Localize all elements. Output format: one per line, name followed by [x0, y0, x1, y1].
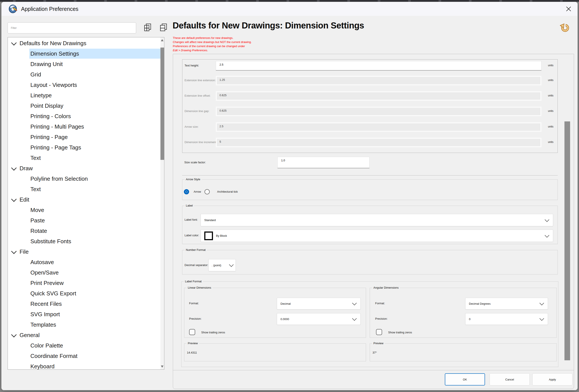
undo-icon[interactable]: [560, 22, 570, 32]
tree-item-label: Move: [30, 207, 44, 214]
arrow-radio-label[interactable]: Arrow: [194, 190, 201, 193]
chevron-down-icon[interactable]: [11, 332, 17, 338]
tree-item-text-draw[interactable]: Text: [29, 184, 160, 194]
linear-preview-legend: Preview: [187, 342, 199, 345]
number-format-legend: Number Format: [185, 248, 207, 251]
application-preferences-dialog: Application Preferences: [1, 2, 578, 390]
label-font-value: Standard: [204, 219, 216, 222]
tree-item-draw[interactable]: Draw: [9, 163, 159, 173]
tree-item-keyboard[interactable]: Keyboard: [29, 361, 160, 370]
tree-item-substitute-fonts[interactable]: Substitute Fonts: [29, 236, 160, 246]
tree-item-edit[interactable]: Edit: [9, 195, 159, 205]
arrow-radio[interactable]: [184, 189, 189, 194]
ok-button[interactable]: OK: [445, 373, 485, 386]
tree-item-dimension-settings[interactable]: Dimension Settings: [29, 49, 160, 59]
linear-show-trailing-zeros-label[interactable]: Show trailing zeros: [201, 331, 225, 334]
architectural-tick-radio[interactable]: [205, 189, 210, 194]
units-label: units: [548, 125, 553, 128]
close-icon[interactable]: [564, 4, 573, 13]
tree-item-label: Substitute Fonts: [30, 238, 71, 245]
tree-item-recent-files[interactable]: Recent Files: [29, 299, 160, 309]
tree-item-label: Color Palette: [30, 342, 63, 349]
tree-item-printing-colors[interactable]: Printing - Colors: [29, 111, 160, 121]
text-height-input[interactable]: 2.5: [216, 61, 541, 71]
tree-item-general[interactable]: General: [9, 330, 159, 340]
collapse-all-icon: [160, 23, 167, 31]
tree-item-printing-page-tags[interactable]: Printing - Page Tags: [29, 143, 160, 153]
angular-preview-value: 37°: [372, 351, 377, 354]
size-scale-factor-input[interactable]: 1.0: [278, 157, 369, 168]
tree-scrollbar-thumb[interactable]: [160, 48, 164, 160]
tree-item-file[interactable]: File: [9, 247, 159, 257]
angular-show-trailing-zeros-checkbox[interactable]: [376, 329, 382, 335]
tree-item-label: SVG Import: [30, 311, 60, 318]
label-color-select[interactable]: By Block: [201, 230, 553, 242]
scroll-up-icon[interactable]: [161, 39, 163, 41]
decimal-separator-value: . (point): [212, 264, 221, 267]
tree-item-label: Linetype: [30, 92, 52, 99]
angular-show-trailing-zeros-label[interactable]: Show trailing zeros: [388, 331, 412, 334]
linear-format-select[interactable]: Decimal: [277, 298, 361, 310]
decimal-separator-select[interactable]: . (point): [209, 259, 236, 271]
angular-precision-select[interactable]: 0: [465, 313, 548, 325]
tree-item-label: Edit: [19, 196, 29, 203]
tree-item-color-palette[interactable]: Color Palette: [29, 340, 160, 351]
tree-item-grid[interactable]: Grid: [29, 70, 160, 79]
tree-scrollbar[interactable]: [160, 37, 164, 369]
cancel-button[interactable]: Cancel: [490, 373, 530, 386]
tree-item-printing-page[interactable]: Printing - Page: [29, 132, 160, 142]
tree-item-point-display[interactable]: Point Display: [29, 101, 160, 111]
settings-scrollbar-thumb[interactable]: [565, 121, 570, 360]
chevron-down-icon[interactable]: [11, 40, 17, 46]
notice-line: These are default preferences for new dr…: [173, 36, 252, 40]
tree-item-label: Text: [30, 186, 41, 193]
expand-all-button[interactable]: [144, 23, 151, 32]
chevron-down-icon[interactable]: [11, 249, 17, 255]
tree-item-rotate[interactable]: Rotate: [29, 226, 160, 236]
units-label: units: [548, 109, 553, 112]
linear-show-trailing-zeros-checkbox[interactable]: [189, 329, 195, 335]
label-format-legend: Label Format: [184, 280, 203, 283]
tree-item-defaults-for-new-drawings[interactable]: Defaults for New Drawings: [9, 38, 159, 48]
dialog-content: Defaults for New Drawings Dimension Sett…: [1, 16, 578, 390]
label-font-select[interactable]: Standard: [201, 214, 553, 226]
tree-item-text-defaults[interactable]: Text: [29, 153, 160, 163]
tree-item-autosave[interactable]: Autosave: [29, 257, 160, 267]
tree-item-open-save[interactable]: Open/Save: [29, 268, 160, 278]
angular-format-select[interactable]: Decimal Degrees: [465, 298, 548, 310]
linear-precision-label: Precision:: [189, 317, 202, 320]
linear-precision-select[interactable]: 0.0000: [277, 313, 361, 325]
tree-item-label: Recent Files: [30, 301, 62, 307]
tree-item-label: Defaults for New Drawings: [19, 40, 86, 47]
tree-item-templates[interactable]: Templates: [29, 320, 160, 330]
tree-item-label: Printing - Page Tags: [30, 144, 81, 151]
units-label: units: [548, 64, 553, 67]
titlebar[interactable]: Application Preferences: [1, 2, 578, 16]
tree-item-move[interactable]: Move: [29, 205, 160, 215]
tree-item-print-preview[interactable]: Print Preview: [29, 278, 160, 288]
filter-input[interactable]: [7, 22, 136, 33]
tree-item-coordinate-format[interactable]: Coordinate Format: [29, 351, 160, 361]
tree-item-drawing-unit[interactable]: Drawing Unit: [29, 59, 160, 69]
collapse-all-button[interactable]: [159, 23, 167, 32]
units-label: units: [548, 94, 553, 97]
scroll-down-icon[interactable]: [161, 366, 163, 368]
architectural-tick-radio-label[interactable]: Architectural tick: [217, 190, 238, 193]
tree-item-layout-viewports[interactable]: Layout - Viewports: [29, 80, 160, 90]
tree-item-polyline-from-selection[interactable]: Polyline from Selection: [29, 174, 160, 184]
librecad-app-icon: [8, 4, 18, 14]
dimension-line-gap-label: Dimension line gap:: [185, 109, 209, 113]
apply-button[interactable]: Apply: [532, 373, 573, 386]
tree-item-svg-import[interactable]: SVG Import: [29, 309, 160, 319]
chevron-down-icon[interactable]: [11, 165, 17, 171]
decimal-separator-label: Decimal separator:: [185, 263, 208, 267]
extension-line-extension-label: Extension line extension:: [185, 78, 216, 82]
linear-dimensions-legend: Linear Dimensions: [187, 286, 213, 289]
tree-item-quick-svg-export[interactable]: Quick SVG Export: [29, 288, 160, 298]
tree-item-linetype[interactable]: Linetype: [29, 90, 160, 100]
tree-item-printing-multi-pages[interactable]: Printing - Multi Pages: [29, 122, 160, 132]
tree-item-label: Quick SVG Export: [30, 290, 76, 297]
tree-item-paste[interactable]: Paste: [29, 215, 160, 226]
chevron-down-icon[interactable]: [11, 197, 17, 203]
background-app-strip: [0, 0, 579, 2]
